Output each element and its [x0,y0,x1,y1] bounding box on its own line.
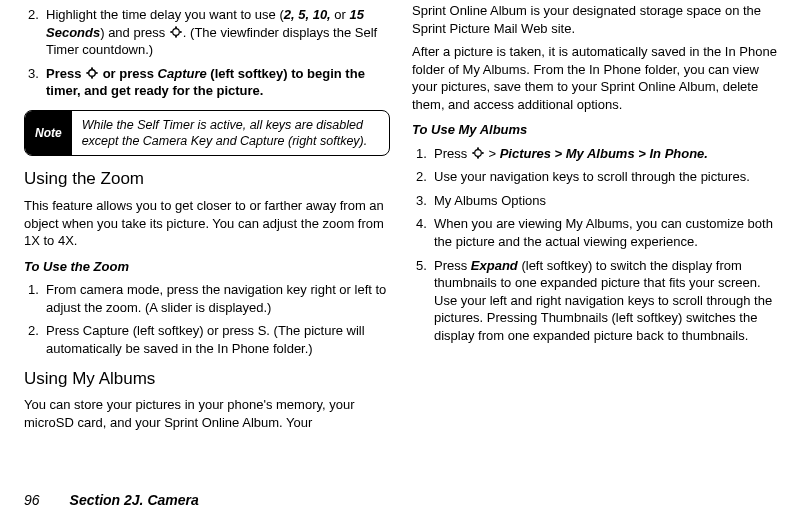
text-emph: 2, 5, 10, [284,7,331,22]
step-number: 2. [28,322,46,340]
step-item-3: 3. Press or press Capture (left softkey)… [28,65,390,100]
step-number: 2. [416,168,434,186]
step-number: 3. [28,65,46,83]
text: > [485,146,500,161]
step-number: 1. [416,145,434,163]
section-label: Section 2J. Camera [70,491,199,510]
albums-step-2: 2. Use your navigation keys to scroll th… [416,168,778,186]
manual-page: 2. Highlight the time delay you want to … [0,0,802,520]
text: Press [46,66,85,81]
albums-step-5: 5. Press Expand (left softkey) to switch… [416,257,778,345]
paragraph: Sprint Online Album is your designated s… [412,2,778,37]
step-body: Press Capture (left softkey) or press S.… [46,322,390,357]
svg-point-13 [472,152,474,154]
text-emph: Pictures > My Albums > In Phone. [500,146,708,161]
svg-point-4 [180,31,182,33]
step-body: Press or press Capture (left softkey) to… [46,65,390,100]
sub-heading: To Use the Zoom [24,258,390,276]
albums-step-4: 4. When you are viewing My Albums, you c… [416,215,778,250]
svg-point-12 [477,157,479,159]
step-number: 2. [28,6,46,24]
svg-point-14 [482,152,484,154]
page-footer: 96 Section 2J. Camera [24,491,199,510]
text: Press [434,258,471,273]
text: Highlight the time delay you want to use… [46,7,284,22]
sub-heading: To Use My Albums [412,121,778,139]
center-key-icon [169,25,183,39]
svg-point-10 [475,150,482,157]
center-key-icon [85,66,99,80]
svg-point-0 [173,29,180,36]
step-number: 1. [28,281,46,299]
step-number: 4. [416,215,434,233]
paragraph: After a picture is taken, it is automati… [412,43,778,113]
step-body: Press > Pictures > My Albums > In Phone. [434,145,778,163]
svg-point-11 [477,148,479,150]
text: ) and press [100,25,169,40]
note-box: Note While the Self Timer is active, all… [24,110,390,157]
text-emph: Capture [158,66,207,81]
step-body: Use your navigation keys to scroll throu… [434,168,778,186]
text: or press [99,66,158,81]
svg-point-9 [96,72,98,74]
zoom-step-1: 1. From camera mode, press the navigatio… [28,281,390,316]
svg-point-3 [170,31,172,33]
note-body: While the Self Timer is active, all keys… [72,111,389,156]
paragraph: You can store your pictures in your phon… [24,396,390,431]
step-body: My Albums Options [434,192,778,210]
svg-point-7 [91,77,93,79]
page-number: 96 [24,491,40,510]
paragraph: This feature allows you to get closer to… [24,197,390,250]
svg-point-1 [175,26,177,28]
svg-point-5 [89,70,96,77]
step-body: Highlight the time delay you want to use… [46,6,390,59]
svg-point-2 [175,36,177,38]
albums-step-3: 3. My Albums Options [416,192,778,210]
step-item-2: 2. Highlight the time delay you want to … [28,6,390,59]
section-heading-albums: Using My Albums [24,368,390,391]
step-body: From camera mode, press the navigation k… [46,281,390,316]
step-number: 5. [416,257,434,275]
section-heading-zoom: Using the Zoom [24,168,390,191]
svg-point-6 [91,67,93,69]
zoom-step-2: 2. Press Capture (left softkey) or press… [28,322,390,357]
text: or [331,7,350,22]
svg-point-8 [86,72,88,74]
text-emph: Expand [471,258,518,273]
note-label: Note [25,111,72,156]
step-body: Press Expand (left softkey) to switch th… [434,257,778,345]
center-key-icon [471,146,485,160]
albums-step-1: 1. Press > Pictures > My Albums > In Pho… [416,145,778,163]
two-column-layout: 2. Highlight the time delay you want to … [24,2,778,462]
step-number: 3. [416,192,434,210]
step-body: When you are viewing My Albums, you can … [434,215,778,250]
text: Press [434,146,471,161]
